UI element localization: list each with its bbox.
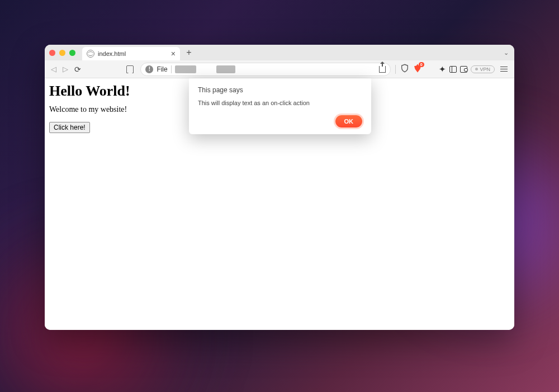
url-redacted-segment xyxy=(216,65,235,73)
vpn-label: VPN xyxy=(480,67,490,72)
hamburger-menu-icon[interactable] xyxy=(500,67,508,72)
forward-button[interactable]: ▷ xyxy=(61,65,69,73)
maximize-window-button[interactable] xyxy=(69,50,75,56)
brave-badge: 0 xyxy=(419,62,424,67)
javascript-alert-dialog: This page says This will display text as… xyxy=(189,78,371,134)
brave-rewards-icon[interactable]: 0 xyxy=(413,63,423,75)
sidepanel-icon[interactable] xyxy=(449,66,457,73)
tab-title: index.html xyxy=(98,50,168,57)
alert-actions: OK xyxy=(198,115,362,127)
alert-ok-button[interactable]: OK xyxy=(335,115,363,127)
share-icon[interactable] xyxy=(379,66,386,73)
wallet-icon[interactable] xyxy=(460,66,467,73)
page-content: Hello World! Welcome to my website! Clic… xyxy=(45,78,514,330)
vpn-button[interactable]: VPN xyxy=(471,65,495,73)
site-info-icon[interactable]: ! xyxy=(145,65,153,73)
extensions-icon[interactable]: ✦ xyxy=(439,64,446,74)
address-separator xyxy=(171,65,172,73)
globe-icon xyxy=(87,50,94,58)
tab-list-chevron-icon[interactable]: ⌄ xyxy=(504,49,509,56)
back-button[interactable]: ◁ xyxy=(49,65,58,73)
shield-icon[interactable] xyxy=(400,64,409,75)
window-controls xyxy=(49,50,75,56)
close-tab-button[interactable]: × xyxy=(171,50,176,58)
url-scheme: File xyxy=(157,65,167,73)
bookmark-icon[interactable] xyxy=(126,65,134,73)
browser-window: index.html × + ⌄ ◁ ▷ ⟳ ! File 0 xyxy=(45,45,514,330)
click-here-button[interactable]: Click here! xyxy=(49,122,90,133)
reload-button[interactable]: ⟳ xyxy=(73,65,82,74)
alert-message: This will display text as an on-click ac… xyxy=(198,100,362,106)
close-window-button[interactable] xyxy=(49,50,55,56)
vpn-status-dot-icon xyxy=(475,68,478,70)
tab-strip: index.html × + ⌄ xyxy=(45,45,514,60)
address-bar[interactable]: ! File xyxy=(140,63,390,76)
url-redacted-segment xyxy=(175,65,196,73)
browser-toolbar: ◁ ▷ ⟳ ! File 0 ✦ VPN xyxy=(45,60,514,78)
alert-title: This page says xyxy=(198,86,362,94)
new-tab-button[interactable]: + xyxy=(183,48,195,58)
browser-tab[interactable]: index.html × xyxy=(82,47,180,60)
toolbar-divider xyxy=(395,65,396,74)
minimize-window-button[interactable] xyxy=(59,50,65,56)
